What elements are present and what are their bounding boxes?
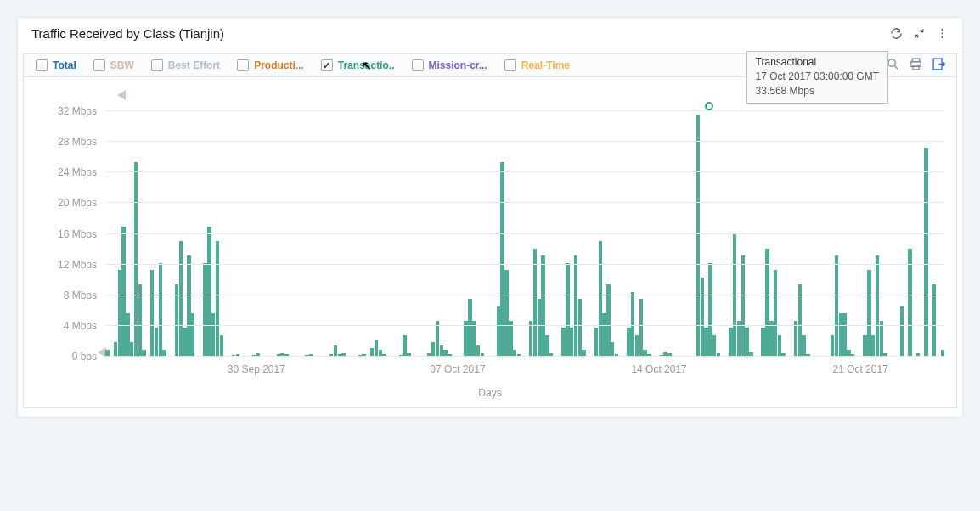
bar: [118, 270, 121, 357]
bar: [497, 306, 500, 357]
bar: [871, 335, 875, 357]
refresh-icon[interactable]: [890, 27, 903, 40]
legend-label: Best Effort: [168, 59, 220, 71]
bar: [794, 321, 797, 357]
gridline: [105, 356, 944, 357]
bar: [561, 328, 565, 357]
bar: [150, 270, 154, 357]
bar: [211, 313, 215, 357]
legend-checkbox[interactable]: [36, 59, 48, 71]
legend-item[interactable]: Transactio..: [314, 59, 402, 71]
gridline: [105, 202, 944, 203]
bar: [468, 299, 471, 357]
bar: [191, 313, 194, 357]
bar: [712, 335, 716, 357]
bar: [863, 335, 866, 357]
bar: [842, 313, 846, 357]
bar: [701, 278, 704, 357]
bar: [761, 328, 764, 357]
bar: [566, 263, 569, 357]
legend-item[interactable]: Total: [29, 59, 83, 71]
y-tick-label: 12 Mbps: [58, 259, 97, 271]
bar: [187, 256, 190, 357]
bar: [635, 335, 639, 357]
export-icon[interactable]: [932, 57, 946, 74]
y-tick-label: 8 Mbps: [64, 289, 97, 301]
bar: [708, 263, 712, 357]
print-icon[interactable]: [909, 57, 923, 74]
gridline: [105, 110, 944, 111]
bar: [138, 284, 142, 357]
gridline: [105, 141, 944, 142]
plot-area[interactable]: 0 bps4 Mbps8 Mbps12 Mbps16 Mbps20 Mbps24…: [105, 111, 944, 357]
bar: [431, 342, 435, 357]
bar: [704, 328, 707, 357]
legend-checkbox[interactable]: [321, 59, 333, 71]
bar: [802, 335, 805, 357]
bar: [175, 284, 178, 357]
legend-label: Producti...: [254, 59, 304, 71]
bar: [504, 270, 508, 357]
bar: [159, 263, 162, 357]
bar: [134, 162, 138, 357]
bar: [627, 328, 630, 357]
bar: [533, 249, 537, 357]
bar: [774, 270, 777, 357]
gridline: [105, 295, 944, 295]
bar: [737, 321, 741, 357]
bar: [464, 321, 467, 357]
bar: [867, 270, 870, 357]
y-tick-label: 28 Mbps: [58, 136, 97, 148]
bar: [778, 335, 781, 357]
svg-point-0: [941, 29, 943, 31]
bar: [538, 299, 541, 357]
legend-label: Real-Time: [521, 59, 570, 71]
card-actions: [890, 27, 949, 40]
y-tick-label: 0 bps: [72, 351, 97, 362]
legend-item[interactable]: Mission-cr...: [405, 59, 494, 71]
bar: [631, 292, 634, 357]
bar: [835, 256, 838, 357]
bar: [769, 321, 773, 357]
x-tick-label: 14 Oct 2017: [631, 363, 686, 375]
bar: [529, 321, 532, 357]
bar: [745, 328, 748, 357]
chart-card: Traffic Received by Class (Tianjin) Tota…: [17, 17, 963, 418]
chart-tooltip: Transactional 17 Oct 2017 03:00:00 GMT 3…: [746, 51, 888, 104]
bar: [541, 256, 544, 357]
gridline: [105, 171, 944, 172]
bar: [114, 342, 117, 357]
legend-checkbox[interactable]: [151, 59, 163, 71]
x-tick-label: 07 Oct 2017: [430, 363, 485, 375]
legend-bar: TotalSBWBest EffortProducti...Transactio…: [23, 53, 957, 77]
bar: [578, 299, 582, 357]
bar: [900, 306, 904, 357]
bar: [599, 241, 602, 357]
legend-checkbox[interactable]: [93, 59, 105, 71]
legend-checkbox[interactable]: [412, 59, 424, 71]
legend-item[interactable]: SBW: [87, 59, 141, 71]
bar: [741, 256, 745, 357]
legend-item[interactable]: Best Effort: [144, 59, 227, 71]
bar: [574, 256, 577, 357]
bar: [876, 256, 879, 357]
nav-left-icon[interactable]: [117, 90, 126, 100]
y-tick-label: 32 Mbps: [58, 105, 97, 117]
bar: [403, 335, 406, 357]
bar: [472, 321, 476, 357]
legend-label: Mission-cr...: [429, 59, 487, 71]
svg-point-1: [941, 32, 943, 34]
collapse-icon[interactable]: [913, 27, 926, 40]
bar: [880, 321, 883, 357]
bar: [216, 241, 219, 357]
legend-checkbox[interactable]: [504, 59, 516, 71]
more-icon[interactable]: [936, 27, 949, 40]
legend-item[interactable]: Real-Time: [498, 59, 577, 71]
legend-item[interactable]: Producti...: [230, 59, 311, 71]
x-tick-label: 21 Oct 2017: [832, 363, 887, 375]
bar: [733, 234, 736, 357]
chart-body[interactable]: 0 bps4 Mbps8 Mbps12 Mbps16 Mbps20 Mbps24…: [23, 77, 957, 408]
chart-bars: [105, 111, 944, 357]
legend-checkbox[interactable]: [237, 59, 249, 71]
bar: [639, 299, 643, 357]
